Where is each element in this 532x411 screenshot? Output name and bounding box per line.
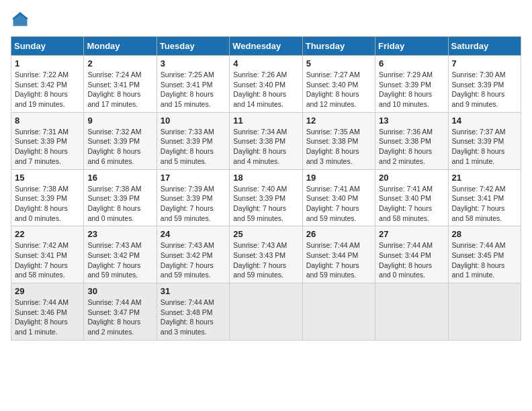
calendar-day-cell: 9 Sunrise: 7:32 AM Sunset: 3:39 PM Dayli… <box>84 112 157 169</box>
day-info: Sunrise: 7:25 AM Sunset: 3:41 PM Dayligh… <box>161 70 226 109</box>
day-info: Sunrise: 7:44 AM Sunset: 3:45 PM Dayligh… <box>452 240 517 280</box>
day-number: 15 <box>15 173 80 183</box>
logo <box>11 11 32 30</box>
day-number: 14 <box>452 116 517 126</box>
calendar-day-cell: 23 Sunrise: 7:43 AM Sunset: 3:42 PM Dayl… <box>84 226 157 283</box>
day-info: Sunrise: 7:42 AM Sunset: 3:41 PM Dayligh… <box>452 184 517 224</box>
calendar-day-cell: 28 Sunrise: 7:44 AM Sunset: 3:45 PM Dayl… <box>448 226 521 283</box>
calendar-day-cell: 25 Sunrise: 7:43 AM Sunset: 3:43 PM Dayl… <box>230 226 302 283</box>
logo-icon <box>11 11 30 30</box>
day-number: 2 <box>87 58 152 68</box>
day-info: Sunrise: 7:29 AM Sunset: 3:39 PM Dayligh… <box>379 70 444 109</box>
svg-marker-0 <box>13 13 28 26</box>
day-number: 9 <box>87 116 152 126</box>
calendar-day-cell: 31 Sunrise: 7:44 AM Sunset: 3:48 PM Dayl… <box>157 283 229 340</box>
calendar-table: SundayMondayTuesdayWednesdayThursdayFrid… <box>11 36 521 340</box>
day-info: Sunrise: 7:22 AM Sunset: 3:42 PM Dayligh… <box>15 70 80 109</box>
calendar-day-cell: 29 Sunrise: 7:44 AM Sunset: 3:46 PM Dayl… <box>11 283 84 340</box>
calendar-day-cell: 4 Sunrise: 7:26 AM Sunset: 3:40 PM Dayli… <box>230 56 302 113</box>
calendar-day-cell: 21 Sunrise: 7:42 AM Sunset: 3:41 PM Dayl… <box>448 169 521 226</box>
calendar-day-cell: 26 Sunrise: 7:44 AM Sunset: 3:44 PM Dayl… <box>302 226 375 283</box>
calendar-day-cell <box>375 283 448 340</box>
calendar-day-cell <box>448 283 521 340</box>
day-info: Sunrise: 7:44 AM Sunset: 3:46 PM Dayligh… <box>15 298 80 337</box>
day-info: Sunrise: 7:44 AM Sunset: 3:44 PM Dayligh… <box>379 240 444 280</box>
calendar-week-row: 8 Sunrise: 7:31 AM Sunset: 3:39 PM Dayli… <box>11 112 521 169</box>
day-info: Sunrise: 7:26 AM Sunset: 3:40 PM Dayligh… <box>233 70 298 109</box>
day-info: Sunrise: 7:41 AM Sunset: 3:40 PM Dayligh… <box>306 184 371 224</box>
day-info: Sunrise: 7:37 AM Sunset: 3:39 PM Dayligh… <box>452 127 517 167</box>
calendar-day-cell: 27 Sunrise: 7:44 AM Sunset: 3:44 PM Dayl… <box>375 226 448 283</box>
calendar-day-cell <box>230 283 302 340</box>
day-number: 11 <box>233 116 298 126</box>
day-number: 1 <box>15 58 80 68</box>
calendar-day-cell: 2 Sunrise: 7:24 AM Sunset: 3:41 PM Dayli… <box>84 56 157 113</box>
calendar-day-cell: 17 Sunrise: 7:39 AM Sunset: 3:39 PM Dayl… <box>157 169 229 226</box>
day-number: 4 <box>233 58 298 68</box>
day-number: 31 <box>161 286 226 296</box>
day-number: 16 <box>87 173 152 183</box>
day-info: Sunrise: 7:24 AM Sunset: 3:41 PM Dayligh… <box>87 70 152 109</box>
day-number: 18 <box>233 173 298 183</box>
calendar-day-header: Sunday <box>11 37 84 56</box>
calendar-day-header: Wednesday <box>230 37 302 56</box>
day-info: Sunrise: 7:34 AM Sunset: 3:38 PM Dayligh… <box>233 127 298 167</box>
day-info: Sunrise: 7:35 AM Sunset: 3:38 PM Dayligh… <box>306 127 371 167</box>
calendar-day-cell: 18 Sunrise: 7:40 AM Sunset: 3:39 PM Dayl… <box>230 169 302 226</box>
calendar-week-row: 22 Sunrise: 7:42 AM Sunset: 3:41 PM Dayl… <box>11 226 521 283</box>
day-number: 3 <box>161 58 226 68</box>
day-info: Sunrise: 7:33 AM Sunset: 3:39 PM Dayligh… <box>161 127 226 167</box>
day-number: 29 <box>15 286 80 296</box>
day-number: 5 <box>306 58 371 68</box>
calendar-day-cell: 7 Sunrise: 7:30 AM Sunset: 3:39 PM Dayli… <box>448 56 521 113</box>
calendar-day-cell: 1 Sunrise: 7:22 AM Sunset: 3:42 PM Dayli… <box>11 56 84 113</box>
calendar-day-header: Monday <box>84 37 157 56</box>
calendar-day-cell <box>302 283 375 340</box>
page-header <box>11 11 521 30</box>
calendar-day-header: Saturday <box>448 37 521 56</box>
day-number: 27 <box>379 229 444 239</box>
day-info: Sunrise: 7:39 AM Sunset: 3:39 PM Dayligh… <box>161 184 226 224</box>
day-number: 22 <box>15 229 80 239</box>
calendar-day-cell: 12 Sunrise: 7:35 AM Sunset: 3:38 PM Dayl… <box>302 112 375 169</box>
calendar-week-row: 15 Sunrise: 7:38 AM Sunset: 3:39 PM Dayl… <box>11 169 521 226</box>
day-number: 6 <box>379 58 444 68</box>
calendar-day-cell: 15 Sunrise: 7:38 AM Sunset: 3:39 PM Dayl… <box>11 169 84 226</box>
day-number: 30 <box>87 286 152 296</box>
calendar-day-cell: 24 Sunrise: 7:43 AM Sunset: 3:42 PM Dayl… <box>157 226 229 283</box>
calendar-day-cell: 16 Sunrise: 7:38 AM Sunset: 3:39 PM Dayl… <box>84 169 157 226</box>
calendar-day-cell: 6 Sunrise: 7:29 AM Sunset: 3:39 PM Dayli… <box>375 56 448 113</box>
calendar-week-row: 1 Sunrise: 7:22 AM Sunset: 3:42 PM Dayli… <box>11 56 521 113</box>
day-number: 17 <box>161 173 226 183</box>
calendar-day-cell: 20 Sunrise: 7:41 AM Sunset: 3:40 PM Dayl… <box>375 169 448 226</box>
day-info: Sunrise: 7:44 AM Sunset: 3:44 PM Dayligh… <box>306 240 371 280</box>
calendar-day-cell: 11 Sunrise: 7:34 AM Sunset: 3:38 PM Dayl… <box>230 112 302 169</box>
day-number: 12 <box>306 116 371 126</box>
calendar-day-header: Tuesday <box>157 37 229 56</box>
day-info: Sunrise: 7:43 AM Sunset: 3:42 PM Dayligh… <box>161 240 226 280</box>
day-number: 24 <box>161 229 226 239</box>
calendar-day-cell: 8 Sunrise: 7:31 AM Sunset: 3:39 PM Dayli… <box>11 112 84 169</box>
day-number: 26 <box>306 229 371 239</box>
day-number: 7 <box>452 58 517 68</box>
day-number: 19 <box>306 173 371 183</box>
day-number: 10 <box>161 116 226 126</box>
calendar-day-cell: 30 Sunrise: 7:44 AM Sunset: 3:47 PM Dayl… <box>84 283 157 340</box>
day-info: Sunrise: 7:31 AM Sunset: 3:39 PM Dayligh… <box>15 127 80 167</box>
day-number: 23 <box>87 229 152 239</box>
calendar-week-row: 29 Sunrise: 7:44 AM Sunset: 3:46 PM Dayl… <box>11 283 521 340</box>
calendar-day-cell: 10 Sunrise: 7:33 AM Sunset: 3:39 PM Dayl… <box>157 112 229 169</box>
day-number: 21 <box>452 173 517 183</box>
day-info: Sunrise: 7:32 AM Sunset: 3:39 PM Dayligh… <box>87 127 152 167</box>
day-info: Sunrise: 7:42 AM Sunset: 3:41 PM Dayligh… <box>15 240 80 280</box>
calendar-day-header: Thursday <box>302 37 375 56</box>
day-number: 8 <box>15 116 80 126</box>
day-info: Sunrise: 7:43 AM Sunset: 3:43 PM Dayligh… <box>233 240 298 280</box>
day-info: Sunrise: 7:30 AM Sunset: 3:39 PM Dayligh… <box>452 70 517 109</box>
calendar-day-cell: 22 Sunrise: 7:42 AM Sunset: 3:41 PM Dayl… <box>11 226 84 283</box>
day-number: 25 <box>233 229 298 239</box>
day-info: Sunrise: 7:40 AM Sunset: 3:39 PM Dayligh… <box>233 184 298 224</box>
calendar-header-row: SundayMondayTuesdayWednesdayThursdayFrid… <box>11 37 521 56</box>
calendar-day-header: Friday <box>375 37 448 56</box>
day-number: 28 <box>452 229 517 239</box>
